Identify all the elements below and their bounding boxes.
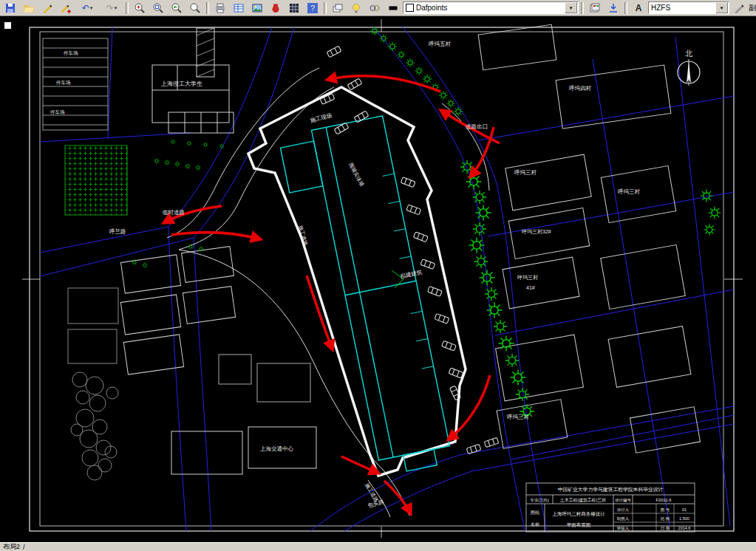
undo-dropdown-caret: ▾: [90, 5, 93, 11]
label-hulan-road: 呼兰路: [109, 228, 126, 235]
save-icon: [4, 2, 16, 14]
render-button[interactable]: [267, 1, 285, 16]
road-network: [40, 27, 734, 531]
help-icon: ?: [307, 2, 319, 14]
zoom-extents-icon: [189, 2, 201, 14]
north-arrow: 北: [678, 49, 700, 86]
label-41: 41#: [526, 285, 535, 290]
image-icon: [251, 2, 263, 14]
label-construction-road-1: 施工道路: [297, 225, 308, 246]
tb-code-value: F2011-6: [655, 498, 671, 502]
zoom-previous-icon: [171, 2, 183, 14]
zoom-realtime-icon: [134, 2, 146, 14]
label-huma-3-b: 呼玛三村: [618, 188, 641, 195]
toolbar-separator: [581, 2, 584, 14]
image-attach-button[interactable]: [248, 1, 266, 16]
tb-sheet-label-1: 图纸: [531, 510, 539, 516]
label-campus: 上海理工大学生: [160, 81, 202, 87]
toolbar-separator: [126, 2, 129, 14]
label-huma-3-a: 呼玛三村: [514, 169, 537, 176]
tb-code-label: 设计编号: [615, 498, 632, 502]
label-huma-3-32: 呼玛三村32#: [522, 229, 551, 235]
text-style-a-icon: A: [636, 4, 642, 13]
tb-date-value: 2014.6: [678, 526, 691, 530]
sketch-button[interactable]: [38, 1, 56, 16]
layer-state-checkbox-icon: [406, 4, 414, 12]
tb-sheet-name: 平面布置图: [567, 522, 591, 527]
label-huma-3-c: 呼玛三村: [517, 275, 538, 281]
zoom-realtime-button[interactable]: [131, 1, 149, 16]
make-layer-current-button[interactable]: [605, 1, 622, 16]
table-button[interactable]: [230, 1, 248, 16]
style-combo[interactable]: HZFS ▾: [648, 1, 729, 14]
tb-header: 中国矿业大学力学与建筑工程学院本科毕业设计: [558, 487, 664, 493]
label-construction-site: 施工现场: [310, 112, 333, 124]
layer-manager-icon: [589, 2, 601, 14]
open-folder-icon: [23, 2, 35, 14]
layer-color-button[interactable]: [384, 1, 402, 16]
style-combo-dropdown-button[interactable]: ▾: [715, 2, 728, 13]
layout-tab[interactable]: 布局2: [3, 542, 20, 551]
zoom-previous-button[interactable]: [168, 1, 185, 16]
open-button[interactable]: [20, 1, 38, 16]
label-road-exit: 道路出口: [466, 123, 488, 130]
redo-button[interactable]: ↷ ▾: [100, 1, 123, 16]
bulb-icon: [350, 2, 362, 14]
sheet-set-button[interactable]: [285, 1, 303, 16]
tb-project-name: 上海呼玛三村商务楼设计: [552, 511, 605, 517]
copy-label: 副本: [749, 3, 756, 13]
label-transport-center: 上海交通中心: [260, 445, 294, 452]
redo-icon: ↷: [106, 4, 114, 13]
proposed-building-outline: [278, 116, 452, 483]
tb-scale-value: 1:500: [679, 516, 689, 521]
ucs-origin-marker: [4, 22, 11, 29]
label-huma-3-d: 呼玛三村: [507, 414, 530, 420]
main-toolbar: ↶ ▾ ↷ ▾ ?: [0, 0, 756, 16]
planted-area: [65, 146, 127, 215]
layer-match-button[interactable]: [366, 1, 384, 16]
tb-sheet-label-2: 名称: [531, 522, 539, 527]
toolbar-separator: [624, 2, 627, 14]
drawing-canvas[interactable]: 停车场 停车场 停车场 上海理工大学生 呼玛五村 呼玛四村 道路出口 施工现场 …: [0, 16, 756, 542]
layer-combo[interactable]: Dafpoints ▾: [403, 1, 579, 14]
tb-drafter-label: 制图人: [617, 516, 630, 521]
pencil-plus-icon: [60, 2, 72, 14]
pencil-icon: [41, 2, 53, 14]
tb-no-value: 01: [682, 507, 687, 512]
label-huma-4: 呼玛四村: [569, 85, 592, 92]
undo-button[interactable]: ↶ ▾: [75, 1, 99, 16]
label-huma-5: 呼玛五村: [429, 41, 452, 47]
zoom-extents-button[interactable]: [186, 1, 204, 16]
grid-sheet-icon: [288, 2, 300, 14]
label-parking-2: 停车场: [56, 80, 71, 86]
tb-major-label: 专业(方向): [530, 498, 549, 503]
tb-scale-label: 比 例: [661, 516, 670, 521]
zoom-window-button[interactable]: [149, 1, 167, 16]
toolbar-separator: [324, 2, 327, 14]
label-parking-1: 停车场: [64, 50, 78, 56]
render-icon: [270, 2, 282, 14]
tb-checker-label: 审核人: [617, 526, 630, 530]
layer-manager-button[interactable]: [586, 1, 604, 16]
label-site-wall: 围墙实体墙: [347, 162, 364, 188]
help-button[interactable]: ?: [304, 1, 321, 16]
text-style-button[interactable]: A: [630, 1, 647, 16]
two-rings-icon: [369, 2, 381, 14]
tb-date-label: 日 期: [661, 526, 670, 531]
edit-style-button[interactable]: [730, 1, 748, 16]
layer-on-off-button[interactable]: [347, 1, 365, 16]
redo-dropdown-caret: ▾: [115, 5, 118, 11]
down-arrow-icon: [607, 2, 619, 14]
label-parking-3: 停车场: [50, 109, 65, 115]
tb-no-label: 图 号: [661, 507, 670, 513]
north-label: 北: [685, 49, 693, 58]
layer-combo-value: Dafpoints: [416, 4, 447, 12]
style-combo-value: HZFS: [651, 4, 670, 12]
plot-preview-button[interactable]: [211, 1, 229, 16]
layer-combo-dropdown-button[interactable]: ▾: [565, 2, 577, 13]
save-button[interactable]: [1, 1, 19, 16]
label-temp-road: 临时道路: [163, 209, 185, 216]
zoom-window-icon: [152, 2, 164, 14]
edit-draw-button[interactable]: [57, 1, 75, 16]
layers-button[interactable]: [329, 1, 347, 16]
